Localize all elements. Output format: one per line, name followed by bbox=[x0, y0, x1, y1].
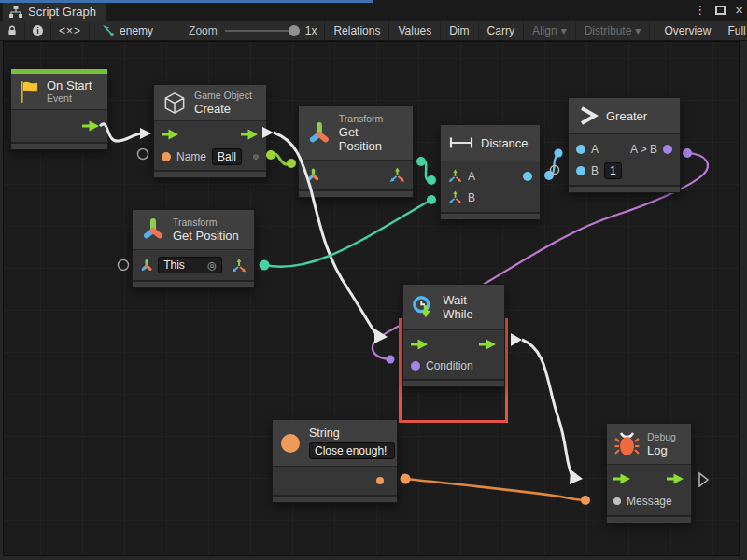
carry-button[interactable]: Carry bbox=[479, 21, 524, 40]
node-title: Distance bbox=[481, 136, 529, 150]
port-label: A bbox=[591, 143, 599, 156]
vector3-input-port[interactable] bbox=[448, 169, 462, 183]
relations-button[interactable]: Relations bbox=[325, 21, 389, 40]
graph-canvas[interactable]: On Start Event bbox=[3, 41, 740, 556]
code-view-button[interactable]: <×> bbox=[51, 21, 90, 40]
node-get-position-enemy[interactable]: Transform Get Position bbox=[298, 105, 414, 198]
number-input-port-b[interactable] bbox=[576, 166, 585, 175]
flag-icon bbox=[19, 79, 39, 105]
button-label: Align bbox=[532, 24, 557, 37]
align-dropdown[interactable]: Align ▾ bbox=[524, 21, 576, 40]
exec-output-port[interactable] bbox=[82, 120, 100, 132]
transform-icon bbox=[307, 121, 331, 146]
fullscreen-button[interactable]: Full Screen bbox=[719, 21, 747, 40]
lock-button[interactable] bbox=[0, 21, 25, 40]
vector3-input-port[interactable] bbox=[448, 190, 462, 204]
field-value: Close enough! bbox=[315, 443, 387, 458]
dim-button[interactable]: Dim bbox=[441, 21, 478, 40]
node-footer bbox=[569, 185, 680, 192]
number-output-port[interactable] bbox=[523, 172, 532, 181]
exec-input-port[interactable] bbox=[613, 473, 631, 484]
node-footer bbox=[154, 170, 266, 177]
overview-button[interactable]: Overview bbox=[655, 21, 719, 40]
node-footer bbox=[133, 280, 254, 287]
info-icon: i bbox=[33, 25, 43, 36]
tab-script-graph[interactable]: Script Graph bbox=[3, 3, 106, 21]
unity-script-graph-window: Script Graph ⋮ × i <×> enemy bbox=[0, 0, 747, 560]
exec-input-port[interactable] bbox=[411, 339, 429, 350]
node-category: Debug bbox=[647, 431, 676, 443]
name-input-field[interactable]: Ball bbox=[212, 148, 242, 165]
maximize-icon[interactable] bbox=[715, 6, 726, 15]
vector3-output-port[interactable] bbox=[232, 258, 247, 273]
distribute-dropdown[interactable]: Distribute ▾ bbox=[576, 21, 651, 40]
values-button[interactable]: Values bbox=[389, 21, 441, 40]
node-footer bbox=[441, 212, 540, 219]
node-footer bbox=[11, 142, 107, 149]
graph-name: enemy bbox=[120, 24, 153, 37]
node-greater[interactable]: Greater A A > B B 1 bbox=[568, 97, 681, 193]
node-category: Transform bbox=[339, 113, 404, 125]
result-label: A > B bbox=[630, 143, 657, 156]
chevron-down-icon: ▾ bbox=[635, 24, 641, 37]
object-picker-icon[interactable]: ◎ bbox=[207, 258, 217, 273]
bool-output-port[interactable] bbox=[663, 145, 672, 154]
node-wait-while[interactable]: Wait While Condition bbox=[402, 284, 505, 387]
transform-input-port[interactable] bbox=[306, 168, 320, 182]
exec-output-port[interactable] bbox=[479, 339, 497, 350]
target-field[interactable]: This ◎ bbox=[158, 257, 222, 273]
inspect-button[interactable]: i bbox=[25, 21, 51, 40]
lock-icon bbox=[7, 24, 17, 36]
transform-icon bbox=[141, 217, 165, 242]
transform-input-port[interactable] bbox=[140, 259, 153, 273]
graph-pointer-icon bbox=[101, 23, 115, 37]
node-on-start[interactable]: On Start Event bbox=[10, 68, 108, 150]
distance-icon bbox=[449, 135, 473, 150]
b-value-field[interactable]: 1 bbox=[604, 162, 622, 179]
button-label: Carry bbox=[487, 24, 514, 37]
node-get-position-self[interactable]: Transform Get Position This ◎ bbox=[132, 209, 255, 288]
port-label: Message bbox=[627, 495, 672, 508]
graph-breadcrumb[interactable]: enemy bbox=[90, 21, 161, 40]
node-category: Transform bbox=[173, 217, 239, 229]
node-debug-log[interactable]: Debug Log Message bbox=[606, 423, 692, 524]
tab-title: Script Graph bbox=[28, 5, 96, 19]
message-input-port[interactable] bbox=[613, 497, 621, 505]
zoom-value: 1x bbox=[305, 24, 317, 37]
zoom-label: Zoom bbox=[189, 24, 218, 37]
node-title: Get Position bbox=[173, 229, 239, 243]
node-title: Greater bbox=[606, 109, 647, 123]
port-label: A bbox=[468, 170, 475, 183]
string-value-field[interactable]: Close enough! bbox=[309, 442, 395, 459]
button-label: Relations bbox=[333, 24, 380, 37]
zoom-slider[interactable] bbox=[225, 30, 294, 32]
gameobject-type-icon bbox=[253, 149, 259, 164]
zoom-slider-handle[interactable] bbox=[289, 25, 300, 36]
exec-output-port[interactable] bbox=[667, 473, 684, 484]
port-label: Condition bbox=[426, 359, 473, 372]
exec-input-port[interactable] bbox=[162, 129, 179, 140]
node-footer bbox=[607, 515, 691, 523]
node-distance[interactable]: Distance A bbox=[440, 124, 541, 220]
bug-icon bbox=[614, 430, 640, 457]
node-create-gameobject[interactable]: Game Object Create Name Ball bbox=[153, 84, 267, 178]
chevron-down-icon: ▾ bbox=[561, 24, 567, 37]
node-title: Get Position bbox=[339, 125, 404, 153]
condition-input-port[interactable] bbox=[411, 361, 420, 371]
node-string-literal[interactable]: String Close enough! bbox=[272, 419, 398, 503]
close-icon[interactable]: × bbox=[735, 0, 743, 21]
code-icon: <×> bbox=[59, 24, 81, 37]
node-layer: On Start Event bbox=[3, 41, 740, 556]
string-output-port[interactable] bbox=[376, 477, 384, 484]
graph-hierarchy-icon bbox=[9, 6, 22, 18]
vector3-output-port[interactable] bbox=[389, 167, 405, 183]
value-port-name[interactable] bbox=[162, 152, 171, 161]
menu-icon[interactable]: ⋮ bbox=[694, 0, 706, 21]
exec-output-port[interactable] bbox=[241, 129, 259, 140]
window-controls: ⋮ × bbox=[694, 0, 743, 21]
node-category: Game Object bbox=[194, 90, 252, 102]
node-footer bbox=[273, 495, 397, 502]
number-input-port-a[interactable] bbox=[576, 145, 585, 154]
field-value: This bbox=[163, 258, 185, 273]
button-label: Distribute bbox=[585, 24, 632, 37]
